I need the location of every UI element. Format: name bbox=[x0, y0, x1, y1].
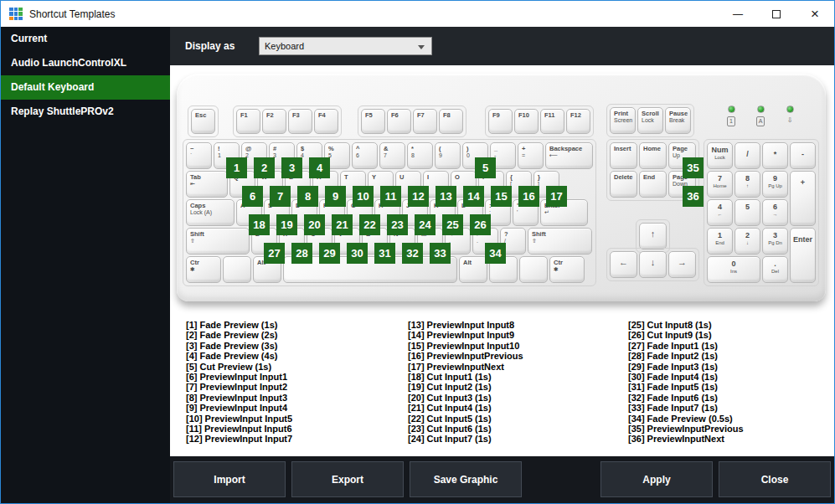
key-label: CapsLock (A) bbox=[187, 200, 234, 216]
sidebar-item-current[interactable]: Current bbox=[1, 27, 170, 51]
key-text: Alt bbox=[463, 259, 487, 266]
shortcut-badge-35: 35 bbox=[683, 157, 704, 178]
led-indicator: A bbox=[752, 105, 769, 126]
arrow-key-row: ←↓→ bbox=[610, 251, 696, 278]
key-label: 9Pg Up bbox=[763, 172, 787, 189]
sidebar-item-default-keyboard[interactable]: Default Keyboard bbox=[1, 75, 170, 100]
import-button[interactable]: Import bbox=[173, 461, 286, 497]
legend-entry: [27] Fade Input1 (1s) bbox=[628, 341, 744, 351]
display-as-select[interactable]: Keyboard bbox=[259, 37, 432, 55]
maximize-button[interactable] bbox=[757, 1, 796, 27]
app-icon bbox=[9, 8, 23, 21]
shortcut-badge-15: 15 bbox=[491, 186, 512, 207]
key-subtext: Home bbox=[708, 183, 732, 189]
template-sidebar: CurrentAudio LaunchControlXLDefault Keyb… bbox=[1, 27, 170, 503]
key-label: Ctr✱ bbox=[550, 257, 584, 273]
keyboard-key: Home bbox=[639, 142, 667, 169]
key-subtext: ↓ bbox=[735, 240, 760, 246]
led-indicator: ⇩ bbox=[781, 105, 798, 126]
legend-entry: [31] Fade Input5 (1s) bbox=[628, 382, 744, 392]
keyboard-key: Tab⇤ bbox=[186, 171, 228, 198]
keyboard-key: NumLock bbox=[707, 142, 733, 169]
legend-column: [13] PreviewInput Input8[14] PreviewInpu… bbox=[408, 320, 523, 445]
key-text: F2 bbox=[266, 111, 286, 119]
key-label: Alt bbox=[460, 257, 487, 266]
display-as-bar: Display as Keyboard bbox=[170, 27, 834, 65]
keyboard-key bbox=[223, 256, 251, 283]
legend-entry: [14] PreviewInput Input9 bbox=[408, 330, 523, 340]
led-symbol-icon: ⇩ bbox=[787, 116, 793, 125]
legend-entry: [21] Cut Input4 (1s) bbox=[408, 403, 523, 413]
keyboard-key: F11 bbox=[540, 109, 564, 134]
app-icon-cell bbox=[9, 12, 13, 16]
key-text: $ bbox=[301, 145, 322, 152]
legend-entry: [26] Cut Input9 (1s) bbox=[628, 330, 744, 340]
shortcut-badge-22: 22 bbox=[359, 214, 380, 235]
nav-key-block: InsertHomePageUp35DeleteEndPageDown36 bbox=[606, 139, 699, 201]
shortcut-badge-19: 19 bbox=[276, 214, 297, 235]
key-text: Y bbox=[372, 173, 393, 181]
save-graphic-button[interactable]: Save Graphic bbox=[410, 461, 522, 497]
arrow-row-group: ←↓→ bbox=[606, 248, 699, 281]
keyboard-key: 2↓ bbox=[734, 228, 760, 255]
shortcut-badge-21: 21 bbox=[332, 214, 353, 235]
apply-button[interactable]: Apply bbox=[600, 461, 713, 497]
key-label: (9 bbox=[436, 143, 460, 159]
key-label: 6→ bbox=[763, 200, 787, 218]
keyboard-key: F7 bbox=[413, 109, 437, 134]
key-label: Shift⇧ bbox=[187, 229, 249, 244]
key-text: . bbox=[763, 260, 787, 269]
key-label: F5 bbox=[362, 110, 384, 119]
legend-entry: [10] PreviewInput Input5 bbox=[186, 414, 292, 424]
template-content: EscF1F2F3F4F5F6F7F8F9F10F11F12PrintScree… bbox=[170, 65, 834, 456]
shortcut-badge-30: 30 bbox=[347, 243, 368, 264]
key-subtext: → bbox=[763, 212, 787, 218]
legend-entry: [28] Fade Input2 (1s) bbox=[628, 351, 744, 361]
key-subtext: End bbox=[708, 240, 732, 246]
shortcut-legend: [1] Fade Preview (1s)[2] Fade Preview (2… bbox=[170, 320, 834, 447]
key-text: _ bbox=[494, 145, 515, 152]
key-label: ~` bbox=[187, 143, 211, 159]
keyboard-key: F12 bbox=[566, 109, 590, 134]
keyboard-graphic: EscF1F2F3F4F5F6F7F8F9F10F11F12PrintScree… bbox=[177, 74, 826, 301]
key-text: ↑ bbox=[640, 229, 666, 239]
key-label: F4 bbox=[315, 110, 338, 119]
key-label: End bbox=[640, 172, 666, 181]
keyboard-key: ↓ bbox=[639, 251, 667, 278]
key-label: 3Pg Dn bbox=[763, 229, 787, 246]
esc-key-group: Esc bbox=[188, 105, 219, 137]
key-subtext: 8 bbox=[411, 152, 432, 159]
legend-entry: [23] Cut Input6 (1s) bbox=[408, 424, 523, 434]
key-text: O bbox=[455, 173, 476, 181]
key-text: F6 bbox=[391, 111, 410, 119]
key-text: + bbox=[791, 178, 815, 188]
key-text: Caps bbox=[190, 202, 234, 209]
footer-bar: ImportExportSave GraphicApplyClose bbox=[170, 456, 834, 503]
key-subtext: ✱ bbox=[554, 266, 584, 273]
shortcut-badge-34: 34 bbox=[485, 243, 506, 264]
app-icon-cell bbox=[9, 8, 13, 12]
close-button[interactable]: × bbox=[796, 1, 834, 27]
key-subtext: 5 bbox=[328, 152, 349, 159]
shortcut-badge-23: 23 bbox=[387, 214, 408, 235]
sidebar-item-replay-shuttleprov2[interactable]: Replay ShuttlePROv2 bbox=[1, 100, 170, 124]
key-label: Enter bbox=[791, 229, 815, 244]
keyboard-key: ↑ bbox=[639, 223, 667, 249]
sidebar-item-audio-launchcontrolxl[interactable]: Audio LaunchControlXL bbox=[1, 51, 170, 75]
key-text: ^ bbox=[356, 145, 377, 152]
key-label: F2 bbox=[263, 110, 286, 119]
key-label: F1 bbox=[237, 110, 260, 119]
key-subtext: Lock (A) bbox=[190, 209, 234, 216]
keyboard-key: Ctr✱ bbox=[186, 256, 221, 283]
close-button[interactable]: Close bbox=[719, 461, 831, 497]
key-subtext: Pg Up bbox=[763, 183, 787, 189]
key-text: @ bbox=[245, 145, 266, 152]
shortcut-badge-26: 26 bbox=[470, 214, 491, 235]
key-text: → bbox=[669, 257, 695, 268]
key-label: Insert bbox=[611, 143, 637, 152]
key-text: Delete bbox=[614, 173, 637, 181]
keyboard-key: F2 bbox=[262, 109, 286, 134]
minimize-button[interactable]: — bbox=[719, 1, 757, 27]
key-text: Shift bbox=[190, 230, 249, 238]
export-button[interactable]: Export bbox=[291, 461, 404, 497]
